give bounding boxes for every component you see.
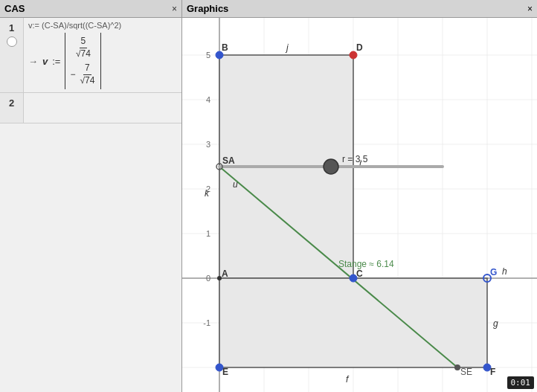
cas-frac-2: 7 √74 bbox=[78, 62, 96, 86]
svg-point-44 bbox=[324, 159, 338, 174]
cas-variable: v bbox=[42, 56, 48, 67]
graphics-panel: Graphics × bbox=[182, 0, 537, 392]
graphics-header: Graphics × bbox=[182, 0, 537, 18]
cas-matrix-row1: 5 √74 bbox=[74, 36, 92, 60]
cas-frac2-num: 7 bbox=[83, 62, 91, 75]
cas-row-1-radio[interactable] bbox=[7, 36, 17, 47]
svg-text:h: h bbox=[502, 266, 507, 277]
svg-text:C: C bbox=[356, 269, 363, 279]
cas-row-1-content: v:= (C-SA)/sqrt((C-SA)^2) → v := 5 √74 bbox=[24, 18, 181, 92]
svg-text:5: 5 bbox=[206, 51, 210, 60]
graphics-svg: 1 2 3 4 5 6 0 1 2 3 4 5 -1 j i bbox=[182, 18, 537, 392]
graphics-title: Graphics bbox=[187, 3, 228, 14]
svg-text:G: G bbox=[490, 267, 497, 277]
svg-text:u: u bbox=[233, 179, 238, 190]
svg-text:0: 0 bbox=[206, 274, 210, 283]
cas-panel: CAS × 1 v:= (C-SA)/sqrt((C-SA)^2) → v := bbox=[0, 0, 182, 392]
cas-assign: := bbox=[52, 56, 60, 67]
cas-formula-input: v:= (C-SA)/sqrt((C-SA)^2) bbox=[28, 21, 177, 30]
cas-matrix-row2: − 7 √74 bbox=[70, 62, 96, 86]
svg-text:A: A bbox=[222, 269, 228, 279]
cas-frac1-den: √74 bbox=[74, 48, 92, 60]
cas-matrix: 5 √74 − 7 √74 bbox=[65, 33, 101, 89]
svg-text:F: F bbox=[490, 367, 495, 377]
svg-text:k: k bbox=[205, 188, 210, 199]
svg-text:SE: SE bbox=[460, 367, 472, 377]
svg-text:r = 3.5: r = 3.5 bbox=[342, 154, 368, 164]
svg-text:SA: SA bbox=[222, 155, 235, 166]
cas-arrow: → bbox=[28, 56, 38, 67]
cas-formula-result: → v := 5 √74 − bbox=[28, 33, 177, 89]
svg-text:g: g bbox=[493, 318, 498, 329]
timer-badge: 0:01 bbox=[507, 376, 535, 389]
svg-text:E: E bbox=[222, 367, 228, 377]
svg-text:-1: -1 bbox=[203, 318, 210, 327]
cas-header: CAS × bbox=[0, 0, 181, 18]
svg-text:3: 3 bbox=[206, 140, 210, 149]
svg-marker-33 bbox=[219, 278, 487, 367]
cas-close-button[interactable]: × bbox=[172, 4, 177, 14]
svg-text:B: B bbox=[222, 42, 228, 53]
svg-point-58 bbox=[454, 364, 460, 370]
svg-text:1: 1 bbox=[206, 229, 210, 238]
graphics-canvas[interactable]: 1 2 3 4 5 6 0 1 2 3 4 5 -1 j i bbox=[182, 18, 537, 392]
cas-row-1: 1 v:= (C-SA)/sqrt((C-SA)^2) → v := 5 √74 bbox=[0, 18, 181, 93]
cas-row-2-number: 2 bbox=[0, 93, 24, 123]
cas-row-1-number: 1 bbox=[0, 18, 24, 92]
cas-row-2: 2 bbox=[0, 93, 181, 123]
cas-frac-1: 5 √74 bbox=[74, 36, 92, 60]
cas-frac1-num: 5 bbox=[80, 36, 88, 48]
svg-text:4: 4 bbox=[206, 95, 210, 104]
cas-frac2-den: √74 bbox=[78, 75, 96, 87]
cas-title: CAS bbox=[4, 3, 25, 14]
graphics-close-button[interactable]: × bbox=[527, 4, 533, 14]
svg-text:Stange ≈ 6.14: Stange ≈ 6.14 bbox=[338, 259, 394, 269]
cas-row-2-content bbox=[24, 93, 181, 123]
cas-minus: − bbox=[70, 69, 75, 80]
cas-body: 1 v:= (C-SA)/sqrt((C-SA)^2) → v := 5 √74 bbox=[0, 18, 181, 392]
svg-text:D: D bbox=[356, 42, 363, 53]
